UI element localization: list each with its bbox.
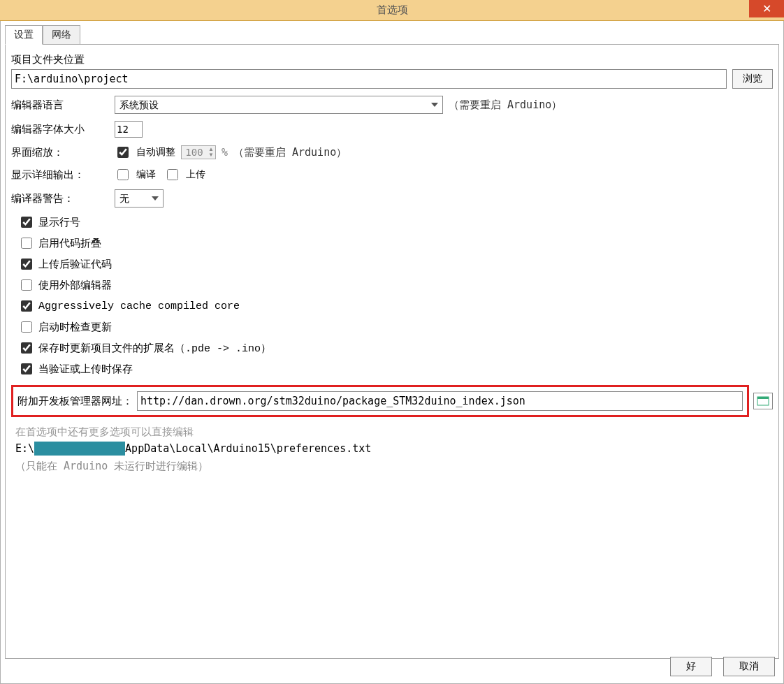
tabstrip: 设置 网络 bbox=[5, 25, 779, 45]
boards-url-input[interactable] bbox=[137, 391, 743, 411]
boards-url-label: 附加开发板管理器网址： bbox=[17, 395, 133, 408]
check-external-editor-label: 使用外部编辑器 bbox=[38, 279, 112, 292]
svg-rect-1 bbox=[757, 397, 769, 399]
sketchbook-label: 项目文件夹位置 bbox=[11, 53, 85, 66]
check-verify-after-upload[interactable] bbox=[21, 259, 32, 270]
ok-button[interactable]: 好 bbox=[670, 657, 712, 676]
verbose-compile-checkbox[interactable] bbox=[117, 169, 129, 180]
tab-settings[interactable]: 设置 bbox=[5, 25, 43, 45]
close-icon: ✕ bbox=[762, 2, 771, 15]
check-aggressive-cache[interactable] bbox=[21, 300, 32, 312]
prefs-edit-note: （只能在 Arduino 未运行时进行编辑） bbox=[15, 460, 773, 473]
prefs-path-prefix: E:\ bbox=[15, 442, 34, 455]
more-prefs-note: 在首选项中还有更多选项可以直接编辑 bbox=[15, 425, 773, 439]
ui-scale-hint: （需要重启 Arduino） bbox=[233, 146, 347, 159]
check-save-on-verify-upload-label: 当验证或上传时保存 bbox=[38, 363, 133, 376]
check-code-folding[interactable] bbox=[21, 238, 32, 249]
check-verify-after-upload-label: 上传后验证代码 bbox=[38, 258, 112, 271]
tab-network[interactable]: 网络 bbox=[43, 25, 80, 45]
titlebar: 首选项 ✕ bbox=[0, 0, 784, 21]
verbose-upload-label: 上传 bbox=[186, 168, 205, 181]
prefs-path-suffix: AppData\Local\Arduino15\preferences.txt bbox=[125, 442, 371, 455]
verbose-label: 显示详细输出： bbox=[11, 168, 109, 182]
redacted-username bbox=[34, 442, 125, 456]
font-size-label: 编辑器字体大小 bbox=[11, 123, 109, 136]
editor-language-hint: （需要重启 Arduino） bbox=[449, 99, 562, 112]
close-button[interactable]: ✕ bbox=[749, 0, 784, 17]
check-show-line-numbers[interactable] bbox=[21, 217, 32, 228]
check-updates-on-start-label: 启动时检查更新 bbox=[38, 321, 112, 334]
ui-scale-auto-checkbox[interactable] bbox=[117, 147, 129, 158]
check-update-extension-on-save[interactable] bbox=[21, 342, 32, 354]
tab-pane-settings: 项目文件夹位置 浏览 编辑器语言 系统预设 （需要重启 Arduino） 编辑器… bbox=[5, 44, 779, 659]
compiler-warnings-select[interactable]: 无 bbox=[115, 189, 164, 208]
window-title: 首选项 bbox=[377, 3, 408, 17]
ui-scale-auto-label: 自动调整 bbox=[136, 146, 175, 159]
verbose-upload-checkbox[interactable] bbox=[167, 169, 178, 180]
check-update-extension-on-save-label: 保存时更新项目文件的扩展名（.pde -> .ino） bbox=[38, 342, 271, 355]
ui-scale-label: 界面缩放： bbox=[11, 146, 109, 159]
editor-language-label: 编辑器语言 bbox=[11, 99, 109, 112]
prefs-path[interactable]: E:\ AppData\Local\Arduino15\preferences.… bbox=[15, 442, 773, 456]
check-aggressive-cache-label: Aggressively cache compiled core bbox=[38, 300, 240, 312]
compiler-warnings-label: 编译器警告： bbox=[11, 192, 109, 205]
verbose-compile-label: 编译 bbox=[136, 168, 156, 181]
cancel-button[interactable]: 取消 bbox=[723, 657, 775, 676]
check-save-on-verify-upload[interactable] bbox=[21, 363, 32, 374]
window-icon bbox=[757, 396, 769, 406]
check-show-line-numbers-label: 显示行号 bbox=[38, 216, 80, 229]
boards-url-highlight: 附加开发板管理器网址： bbox=[11, 385, 749, 417]
window-body: 设置 网络 项目文件夹位置 浏览 编辑器语言 系统预设 （需要重启 Arduin… bbox=[0, 21, 784, 684]
spinner-arrows-icon: ▲▼ bbox=[207, 147, 215, 158]
ui-scale-value bbox=[182, 146, 207, 159]
font-size-input[interactable] bbox=[115, 121, 143, 138]
check-code-folding-label: 启用代码折叠 bbox=[38, 237, 101, 250]
check-updates-on-start[interactable] bbox=[21, 321, 32, 333]
sketchbook-path-input[interactable] bbox=[11, 69, 727, 89]
ui-scale-pct: % bbox=[222, 146, 228, 159]
boards-url-expand-button[interactable] bbox=[753, 393, 773, 409]
ui-scale-spinner: ▲▼ bbox=[181, 145, 216, 159]
browse-button[interactable]: 浏览 bbox=[732, 69, 773, 89]
check-external-editor[interactable] bbox=[21, 279, 32, 291]
dialog-button-bar: 好 取消 bbox=[670, 657, 775, 676]
editor-language-select[interactable]: 系统预设 bbox=[115, 96, 443, 114]
